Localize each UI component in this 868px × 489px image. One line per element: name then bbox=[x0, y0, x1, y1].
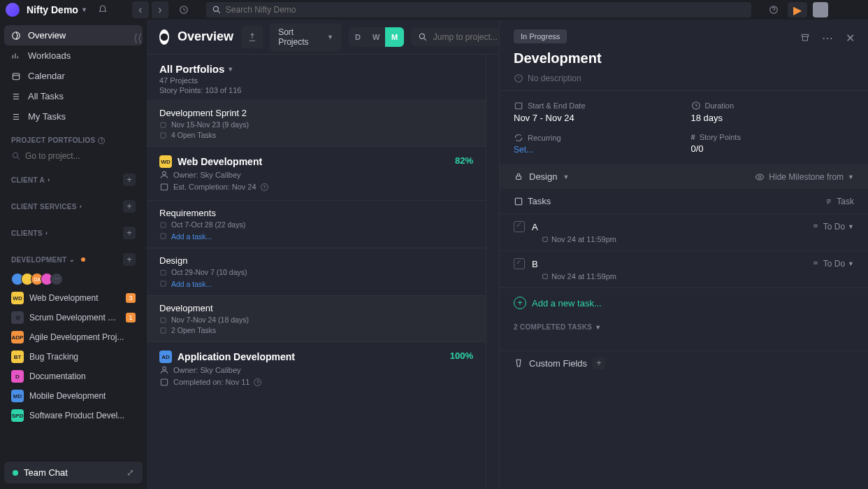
view-toggle[interactable]: D W M bbox=[349, 27, 404, 47]
add-custom-field-button[interactable]: + bbox=[593, 357, 605, 369]
task-row[interactable]: BTo Do ▼Nov 24 at 11:59pm bbox=[500, 250, 868, 288]
more-icon[interactable]: ⋯ bbox=[819, 29, 836, 46]
svg-rect-25 bbox=[515, 198, 521, 204]
svg-rect-11 bbox=[161, 222, 166, 227]
add-new-task-button[interactable]: +Add a new task... bbox=[500, 288, 868, 318]
project-header[interactable]: WDWeb Development82%Owner: Sky CalibeyEs… bbox=[147, 146, 486, 200]
recurring-label: Recurring bbox=[514, 133, 677, 143]
dependency-selector[interactable]: Design▼ bbox=[514, 171, 569, 182]
svg-point-5 bbox=[161, 33, 168, 41]
task-status-button[interactable]: To Do ▼ bbox=[811, 259, 854, 269]
nav-forward-button[interactable]: › bbox=[152, 1, 168, 18]
svg-rect-8 bbox=[161, 132, 166, 137]
milestone-row[interactable]: DevelopmentNov 7-Nov 24 (18 days)2 Open … bbox=[147, 295, 486, 341]
duration-label: Duration bbox=[691, 101, 855, 111]
recurring-set-button[interactable]: Set... bbox=[514, 145, 677, 155]
completed-tasks-toggle[interactable]: 2 COMPLETED TASKS▼ bbox=[500, 318, 868, 336]
add-project-button[interactable]: + bbox=[123, 200, 136, 213]
nav-all-tasks[interactable]: All Tasks bbox=[4, 86, 143, 106]
nav-overview[interactable]: Overview bbox=[4, 25, 143, 45]
add-project-button[interactable]: + bbox=[123, 173, 136, 186]
global-search[interactable] bbox=[206, 2, 751, 17]
project-item[interactable]: WDWeb Development3 bbox=[4, 288, 143, 308]
portfolio-count: 47 Projects bbox=[159, 76, 473, 85]
team-chat-button[interactable]: Team Chat⤢ bbox=[4, 462, 143, 483]
add-project-button[interactable]: + bbox=[123, 253, 136, 266]
svg-point-17 bbox=[163, 367, 166, 370]
milestone-row[interactable]: Development Sprint 2Nov 15-Nov 23 (9 day… bbox=[147, 100, 486, 146]
folder-client-a[interactable]: CLIENT A › bbox=[11, 176, 50, 184]
user-avatar[interactable] bbox=[813, 2, 828, 17]
archive-icon[interactable] bbox=[797, 29, 813, 46]
svg-rect-10 bbox=[161, 184, 167, 190]
project-item[interactable]: DDocumentation bbox=[4, 367, 143, 386]
svg-point-4 bbox=[13, 153, 17, 157]
svg-rect-21 bbox=[515, 103, 521, 109]
jump-to-project[interactable] bbox=[411, 28, 499, 46]
help-icon[interactable] bbox=[765, 1, 782, 18]
task-status-button[interactable]: To Do ▼ bbox=[811, 222, 854, 232]
workspace-switcher[interactable]: Nifty Demo▼ bbox=[27, 4, 87, 15]
project-item[interactable]: ⚙Scrum Development E...1 bbox=[4, 308, 143, 327]
overview-icon bbox=[159, 29, 169, 45]
portfolios-label: PROJECT PORTFOLIOS ? bbox=[11, 136, 105, 144]
svg-point-24 bbox=[759, 176, 762, 178]
project-item[interactable]: SPDSoftware Product Devel... bbox=[4, 406, 143, 425]
share-button[interactable] bbox=[242, 26, 263, 48]
task-checkbox[interactable] bbox=[514, 221, 525, 232]
custom-fields-section[interactable]: Custom Fields+ bbox=[500, 350, 868, 375]
nav-back-button[interactable]: ‹ bbox=[132, 1, 149, 18]
goto-project-input[interactable] bbox=[25, 151, 130, 161]
nav-workloads[interactable]: Workloads bbox=[4, 45, 143, 66]
jump-input[interactable] bbox=[433, 32, 499, 42]
project-header[interactable]: ADApplication Development100%Owner: Sky … bbox=[147, 341, 486, 395]
expand-icon: ⤢ bbox=[126, 467, 134, 478]
sort-projects-button[interactable]: Sort Projects▼ bbox=[270, 23, 342, 51]
svg-rect-15 bbox=[161, 318, 166, 323]
search-input[interactable] bbox=[226, 5, 746, 15]
status-badge[interactable]: In Progress bbox=[514, 29, 567, 43]
project-item[interactable]: BTBug Tracking bbox=[4, 347, 143, 367]
history-icon[interactable] bbox=[175, 1, 192, 18]
story-points: Story Points: 103 of 116 bbox=[159, 86, 473, 94]
svg-point-9 bbox=[163, 171, 166, 175]
folder-members[interactable]: DA⋯ bbox=[4, 270, 143, 288]
description-field[interactable]: No description bbox=[514, 73, 854, 83]
hide-milestone-button[interactable]: Hide Milestone from▼ bbox=[755, 172, 854, 182]
tasks-section-label: Tasks bbox=[514, 196, 551, 206]
milestone-title[interactable]: Development bbox=[514, 50, 854, 66]
nav-my-tasks[interactable]: My Tasks bbox=[4, 106, 143, 127]
milestone-row[interactable]: DesignOct 29-Nov 7 (10 days)Add a task..… bbox=[147, 248, 486, 295]
task-row[interactable]: ATo Do ▼Nov 24 at 11:59pm bbox=[500, 213, 868, 250]
date-value[interactable]: Nov 7 - Nov 24 bbox=[514, 113, 677, 123]
svg-rect-7 bbox=[161, 122, 166, 127]
svg-point-2 bbox=[13, 31, 20, 39]
search-icon bbox=[11, 151, 21, 161]
close-icon[interactable]: ✕ bbox=[841, 29, 858, 46]
svg-rect-26 bbox=[543, 237, 548, 241]
add-project-button[interactable]: + bbox=[123, 227, 136, 239]
portfolio-selector[interactable]: All Portfolios▼ bbox=[159, 63, 473, 75]
collapse-sidebar-icon[interactable]: ⟨⟨ bbox=[129, 29, 146, 46]
svg-rect-23 bbox=[516, 176, 521, 179]
view-week[interactable]: W bbox=[367, 27, 385, 47]
project-item[interactable]: MDMobile Development bbox=[4, 386, 143, 406]
add-task-button[interactable]: Task bbox=[824, 197, 854, 206]
shortcuts-button[interactable]: ▶ bbox=[788, 2, 807, 17]
view-day[interactable]: D bbox=[349, 27, 367, 47]
task-checkbox[interactable] bbox=[514, 258, 525, 269]
folder-client-services[interactable]: CLIENT SERVICES › bbox=[11, 203, 82, 211]
project-item[interactable]: ADPAgile Development Proj... bbox=[4, 327, 143, 347]
folder-clients[interactable]: CLIENTS › bbox=[11, 229, 48, 237]
svg-rect-16 bbox=[161, 327, 166, 332]
page-title: Overview bbox=[178, 29, 233, 44]
svg-rect-27 bbox=[543, 274, 548, 278]
search-icon bbox=[418, 32, 428, 42]
view-month[interactable]: M bbox=[385, 27, 403, 47]
notifications-icon[interactable] bbox=[94, 1, 111, 18]
story-points-value[interactable]: 0/0 bbox=[691, 143, 855, 154]
folder-development[interactable]: DEVELOPMENT ⌄ bbox=[11, 256, 85, 264]
nav-calendar[interactable]: Calendar bbox=[4, 66, 143, 86]
app-logo[interactable] bbox=[6, 3, 20, 17]
milestone-row[interactable]: RequirementsOct 7-Oct 28 (22 days)Add a … bbox=[147, 200, 486, 248]
